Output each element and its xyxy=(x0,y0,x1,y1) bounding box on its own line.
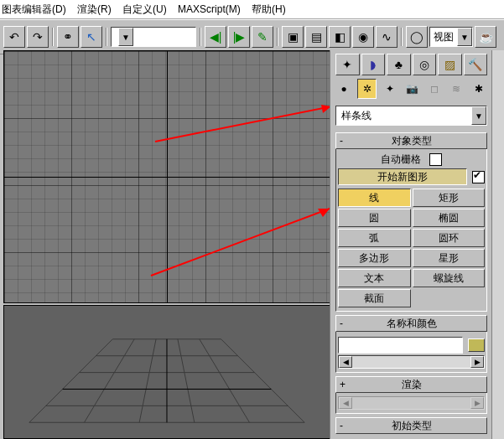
tool-rectangle[interactable]: 矩形 xyxy=(413,189,486,207)
tool-helix[interactable]: 螺旋线 xyxy=(413,269,486,287)
view-combo[interactable]: 视图 ▼ xyxy=(429,27,473,47)
tool-arc[interactable]: 弧 xyxy=(338,229,411,247)
tab-display[interactable]: ▨ xyxy=(438,54,462,75)
rollup-header-render[interactable]: +渲染 xyxy=(335,376,487,393)
cat-lights[interactable]: ✦ xyxy=(382,80,398,98)
tool-text[interactable]: 文本 xyxy=(338,269,411,287)
prev-key-button[interactable]: ◀| xyxy=(205,26,226,48)
quick-render-button[interactable]: ☕ xyxy=(475,26,496,48)
schematic-button[interactable]: ◧ xyxy=(329,26,351,48)
chevron-down-icon: ▼ xyxy=(471,106,486,125)
tab-create[interactable]: ✦ xyxy=(335,54,360,75)
rollup-header-init[interactable]: -初始类型 xyxy=(335,417,487,434)
tool-donut[interactable]: 圆环 xyxy=(413,229,486,247)
svg-line-11 xyxy=(221,339,304,422)
tool-ellipse[interactable]: 椭圆 xyxy=(413,209,486,227)
svg-line-10 xyxy=(29,339,112,422)
tool-circle[interactable]: 圆 xyxy=(338,209,411,227)
cat-spacewarps[interactable]: ≋ xyxy=(448,80,465,98)
autogrid-label: 自动栅格 xyxy=(381,152,421,167)
perspective-grid xyxy=(4,306,330,439)
cat-helpers[interactable]: ◻ xyxy=(426,80,443,98)
rollup-init: -初始类型 xyxy=(335,417,487,434)
svg-line-14 xyxy=(178,339,195,422)
menu-render[interactable]: 渲染(R) xyxy=(77,0,112,18)
cat-systems[interactable]: ✱ xyxy=(470,80,487,98)
tab-utilities[interactable]: 🔨 xyxy=(464,54,488,75)
menu-maxscript[interactable]: MAXScript(M) xyxy=(178,0,241,18)
rollup-name-color: -名称和颜色 ◀▶ xyxy=(335,315,487,373)
tab-hierarchy[interactable]: ♣ xyxy=(387,54,411,75)
name-color-scrollbar[interactable]: ◀▶ xyxy=(338,355,485,369)
align-button[interactable]: ▣ xyxy=(282,26,304,48)
panel-scrollbar[interactable] xyxy=(491,50,504,439)
rollup-render: +渲染 ◀▶ xyxy=(335,376,487,414)
svg-line-12 xyxy=(85,339,135,422)
next-key-button[interactable]: |▶ xyxy=(228,26,250,48)
shape-type-dropdown[interactable]: 样条线 ▼ xyxy=(335,106,487,126)
tab-modify[interactable]: ◗ xyxy=(361,54,386,75)
start-new-shape-checkbox[interactable] xyxy=(472,171,485,183)
tool-ngon[interactable]: 多边形 xyxy=(338,249,411,267)
command-panel: ✦ ◗ ♣ ◎ ▨ 🔨 ● ✲ ✦ 📷 ◻ ≋ ✱ 样条线 ▼ -对象类型 xyxy=(330,50,504,439)
start-new-shape-button[interactable]: 开始新图形 xyxy=(338,168,467,185)
select-arrow-button[interactable]: ↖ xyxy=(81,26,102,48)
render-setup-button[interactable]: ◯ xyxy=(406,26,428,48)
render-scrollbar[interactable]: ◀▶ xyxy=(338,396,485,410)
viewport-area xyxy=(0,50,330,439)
layers-button[interactable]: ▤ xyxy=(305,26,327,48)
create-category-row: ● ✲ ✦ 📷 ◻ ≋ ✱ xyxy=(335,79,487,99)
autogrid-checkbox[interactable] xyxy=(429,153,442,166)
link-button[interactable]: ⚭ xyxy=(57,26,79,48)
panel-tab-row: ✦ ◗ ♣ ◎ ▨ 🔨 xyxy=(335,54,487,75)
tool-line[interactable]: 线 xyxy=(338,189,411,207)
rollup-header-object-type[interactable]: -对象类型 xyxy=(335,132,487,149)
menu-custom[interactable]: 自定义(U) xyxy=(122,0,167,18)
undo-button[interactable]: ↶ xyxy=(3,26,25,48)
cat-geometry[interactable]: ● xyxy=(335,80,352,98)
viewport-top[interactable] xyxy=(3,50,330,303)
shape-tool-grid: 线 矩形 圆 椭圆 弧 圆环 多边形 星形 文本 螺旋线 截面 xyxy=(338,189,485,307)
tool-star[interactable]: 星形 xyxy=(413,249,486,267)
svg-line-13 xyxy=(139,339,156,422)
main-toolbar: ↶ ↷ ⚭ ↖ ▼ ◀| |▶ ✎ ▣ ▤ ◧ ◉ ∿ ◯ 视图 ▼ ☕ xyxy=(0,19,504,54)
cat-cameras[interactable]: 📷 xyxy=(403,80,420,98)
viewport-perspective[interactable] xyxy=(3,305,330,439)
svg-line-15 xyxy=(200,339,250,422)
menu-bar: 图表编辑器(D) 渲染(R) 自定义(U) MAXScript(M) 帮助(H) xyxy=(0,0,504,19)
axis-vertical xyxy=(167,51,168,302)
paint-button[interactable]: ✎ xyxy=(252,26,273,48)
tab-motion[interactable]: ◎ xyxy=(413,54,437,75)
curve-button[interactable]: ∿ xyxy=(376,26,397,48)
rollup-header-name-color[interactable]: -名称和颜色 xyxy=(335,315,487,332)
menu-help[interactable]: 帮助(H) xyxy=(252,0,286,18)
redo-button[interactable]: ↷ xyxy=(27,26,49,48)
rollup-object-type: -对象类型 自动栅格 开始新图形 线 矩形 圆 椭圆 弧 圆环 xyxy=(335,132,487,312)
tool-section[interactable]: 截面 xyxy=(338,289,411,307)
cat-shapes[interactable]: ✲ xyxy=(357,79,376,99)
menu-table-editor[interactable]: 图表编辑器(D) xyxy=(2,0,66,18)
material-button[interactable]: ◉ xyxy=(352,26,374,48)
selection-filter-combo[interactable]: ▼ xyxy=(111,27,196,47)
object-name-field[interactable] xyxy=(338,337,463,354)
object-color-swatch[interactable] xyxy=(468,338,485,352)
